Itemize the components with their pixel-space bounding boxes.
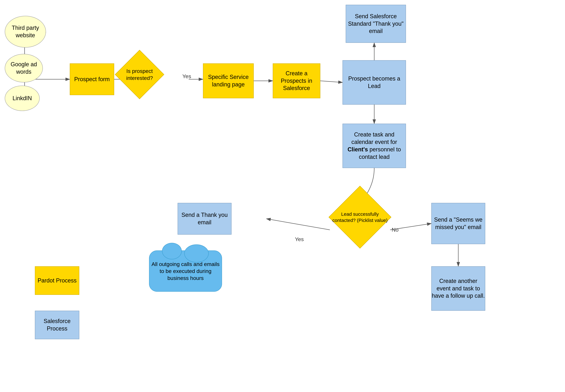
send-missed-you: Send a "Seems we missed you" email: [431, 203, 485, 244]
send-thank-you: Send a Thank you email: [178, 203, 231, 235]
create-task-calendar: Create task and calendar event for Clien…: [342, 124, 406, 168]
third-party-website: Third party website: [5, 16, 46, 48]
send-salesforce-ty: Send Salesforce Standard "Thank you" ema…: [346, 5, 406, 43]
prospect-becomes-lead: Prospect becomes a Lead: [342, 60, 406, 105]
linkedin: LinkdIN: [5, 85, 40, 111]
outgoing-calls-cloud: All outgoing calls and emails to be exec…: [149, 251, 222, 292]
lead-contacted-diamond: Lead successfully contacted? (Picklist v…: [330, 187, 390, 247]
svg-line-12: [266, 219, 330, 230]
create-prospects: Create a Prospects in Salesforce: [273, 63, 320, 98]
google-ad-words: Google ad words: [5, 54, 43, 83]
flowchart: Third party website Google ad words Link…: [0, 0, 565, 392]
is-prospect-interested-diamond: Is prospect interested?: [114, 54, 165, 95]
specific-service-landing: Specific Service landing page: [203, 63, 254, 98]
pardot-process: Pardot Process: [35, 266, 79, 295]
svg-line-9: [320, 81, 342, 83]
create-followup: Create another event and task to have a …: [431, 266, 485, 311]
yes-label-2: Yes: [295, 236, 304, 242]
salesforce-process: Salesforce Process: [35, 311, 79, 339]
prospect-form: Prospect form: [70, 63, 114, 95]
lead-contacted-label: Lead successfully contacted? (Picklist v…: [330, 211, 390, 223]
arrows-svg: [0, 0, 565, 392]
yes-label-1: Yes: [182, 73, 191, 79]
is-prospect-interested-label: Is prospect interested?: [114, 68, 165, 82]
no-label-1: No: [392, 227, 398, 233]
